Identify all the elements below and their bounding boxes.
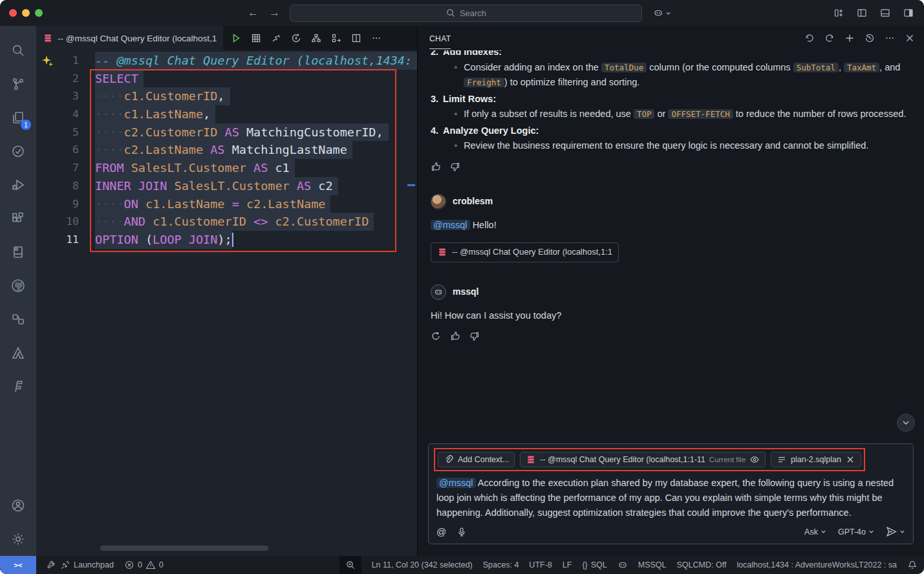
code-line[interactable]: 4····c1.LastName,: [36, 105, 417, 123]
send-button[interactable]: [886, 526, 905, 537]
close-chat-icon[interactable]: [905, 33, 915, 43]
forward-icon[interactable]: →: [269, 6, 280, 19]
redo-icon[interactable]: [824, 33, 835, 43]
code-line[interactable]: 6····c2.LastName AS MatchingLastName: [36, 141, 417, 159]
model-dropdown[interactable]: GPT-4o: [838, 527, 874, 537]
regenerate-icon[interactable]: [431, 331, 441, 341]
sqlcmd-icon[interactable]: [331, 33, 341, 43]
code-line[interactable]: 11OPTION (LOOP JOIN);: [36, 231, 417, 249]
new-chat-icon[interactable]: [844, 33, 855, 43]
mssql-item[interactable]: MSSQL: [638, 560, 667, 569]
activity-source-control-icon[interactable]: [0, 67, 36, 101]
thumbs-down-icon[interactable]: [469, 331, 480, 341]
code-editor[interactable]: 1-- @mssql Chat Query Editor (localhost,…: [36, 50, 417, 556]
selection-highlight: OPTION (LOOP JOIN);: [95, 231, 232, 249]
cursor-position-item[interactable]: Ln 11, Col 20 (342 selected): [372, 560, 473, 569]
code-line[interactable]: 8INNER JOIN SalesLT.Customer AS c2: [36, 177, 417, 195]
thumbs-down-icon[interactable]: [450, 162, 460, 172]
activity-github-icon[interactable]: [0, 269, 36, 303]
thumbs-up-icon[interactable]: [431, 162, 441, 172]
launchpad-item[interactable]: Launchpad: [47, 560, 114, 570]
inline-code-chip: TaxAmt: [844, 63, 879, 72]
remote-indicator[interactable]: ><: [0, 556, 36, 574]
results-grid-icon[interactable]: [251, 33, 261, 43]
copilot-sparkle-icon[interactable]: [41, 55, 54, 68]
connect-icon[interactable]: [271, 33, 281, 43]
explorer-badge: 1: [21, 120, 31, 130]
activity-flag-f-icon[interactable]: [0, 370, 36, 403]
code-line[interactable]: 3····c1.CustomerID,: [36, 87, 417, 105]
attachment-title: -- @mssql Chat Query Editor (localhost,1…: [452, 245, 612, 260]
zoom-indicator[interactable]: [339, 556, 361, 574]
change-connection-icon[interactable]: [291, 33, 301, 43]
code-line[interactable]: 2SELECT: [36, 70, 417, 88]
code-token: c2.LastName: [124, 141, 211, 159]
add-context-button[interactable]: Add Context...: [438, 452, 515, 467]
close-window-button[interactable]: [9, 9, 17, 17]
chat-input-text[interactable]: @mssql According to the execution plan s…: [436, 476, 905, 520]
settings-gear-icon[interactable]: [0, 522, 36, 556]
toggle-panel-icon[interactable]: [880, 8, 890, 18]
copilot-status-item[interactable]: [618, 560, 628, 570]
list-item-bullets: ◦If only a subset of results is needed, …: [431, 107, 914, 122]
remove-context-icon[interactable]: [845, 454, 855, 465]
undo-icon[interactable]: [804, 33, 815, 43]
more-icon[interactable]: [885, 33, 895, 43]
problems-item[interactable]: 0 0: [124, 560, 164, 570]
activity-explorer-icon[interactable]: 1: [0, 101, 36, 134]
back-icon[interactable]: ←: [248, 6, 259, 19]
editor-vertical-scrollbar[interactable]: [407, 50, 415, 556]
inline-code-chip: SubTotal: [793, 63, 839, 72]
history-icon[interactable]: [865, 33, 875, 43]
language-item[interactable]: {} SQL: [582, 560, 607, 569]
zoom-window-button[interactable]: [35, 9, 43, 17]
notifications-item[interactable]: [907, 560, 918, 570]
customize-layout-icon[interactable]: [833, 8, 844, 18]
chat-scroll-area[interactable]: 2.Add Indexes:◦Consider adding an index …: [418, 50, 924, 441]
editor-horizontal-scrollbar[interactable]: [100, 546, 268, 551]
sqlcmd-item[interactable]: SQLCMD: Off: [677, 560, 727, 569]
eye-icon[interactable]: [749, 454, 760, 465]
code-line[interactable]: 7FROM SalesLT.Customer AS c1: [36, 159, 417, 177]
eol-item[interactable]: LF: [563, 560, 572, 569]
chat-input-box[interactable]: Add Context... -- @mssql Chat Query Edit…: [428, 443, 914, 544]
estimated-plan-icon[interactable]: [311, 33, 321, 43]
copilot-menu[interactable]: [653, 8, 671, 18]
activity-azure-icon[interactable]: [0, 336, 36, 370]
scroll-to-bottom-button[interactable]: [897, 414, 915, 432]
mention-picker-icon[interactable]: @: [436, 526, 446, 537]
code-line[interactable]: 10····AND c1.CustomerID <> c2.CustomerID: [36, 213, 417, 231]
activity-containers-icon[interactable]: [0, 303, 36, 336]
context-file-chip[interactable]: -- @mssql Chat Query Editor (localhost,1…: [520, 452, 766, 467]
chat-tab[interactable]: CHAT: [429, 28, 451, 49]
mention-chip[interactable]: @mssql: [431, 220, 470, 230]
mode-dropdown[interactable]: Ask: [804, 527, 826, 537]
code-line[interactable]: 1-- @mssql Chat Query Editor (localhost,…: [36, 52, 417, 70]
activity-check-circle-icon[interactable]: [0, 134, 36, 168]
run-query-button[interactable]: [231, 33, 241, 43]
encoding-item[interactable]: UTF-8: [529, 560, 552, 569]
assistant-message-text: Hi! How can I assist you today?: [431, 308, 914, 323]
activity-search-icon[interactable]: [0, 34, 36, 67]
minimize-window-button[interactable]: [22, 9, 30, 17]
thumbs-up-icon[interactable]: [450, 331, 460, 341]
indentation-item[interactable]: Spaces: 4: [483, 560, 519, 569]
code-line[interactable]: 5····c2.CustomerID AS MatchingCustomerID…: [36, 123, 417, 142]
editor-tab[interactable]: -- @mssql Chat Query Editor (localhost,1: [36, 26, 223, 50]
more-actions-icon[interactable]: [371, 33, 381, 43]
split-editor-icon[interactable]: [351, 33, 361, 43]
connection-item[interactable]: localhost,1434 : AdventureWorksLT2022 : …: [736, 560, 897, 569]
activity-database-project-icon[interactable]: [0, 235, 36, 269]
toggle-primary-sidebar-icon[interactable]: [857, 8, 867, 18]
account-icon[interactable]: [0, 489, 36, 522]
spaces-label: Spaces: 4: [483, 560, 519, 569]
toggle-secondary-sidebar-icon[interactable]: [903, 8, 914, 18]
command-center-search[interactable]: Search: [290, 5, 642, 22]
activity-run-debug-icon[interactable]: [0, 168, 36, 202]
microphone-icon[interactable]: [457, 527, 467, 537]
activity-extensions-icon[interactable]: [0, 202, 36, 235]
code-token: c1: [275, 159, 289, 177]
code-line[interactable]: 9····ON c1.LastName = c2.LastName: [36, 195, 417, 213]
context-plan-chip[interactable]: plan-2.sqlplan: [771, 452, 861, 467]
message-attachment-pill[interactable]: -- @mssql Chat Query Editor (localhost,1…: [431, 242, 619, 262]
